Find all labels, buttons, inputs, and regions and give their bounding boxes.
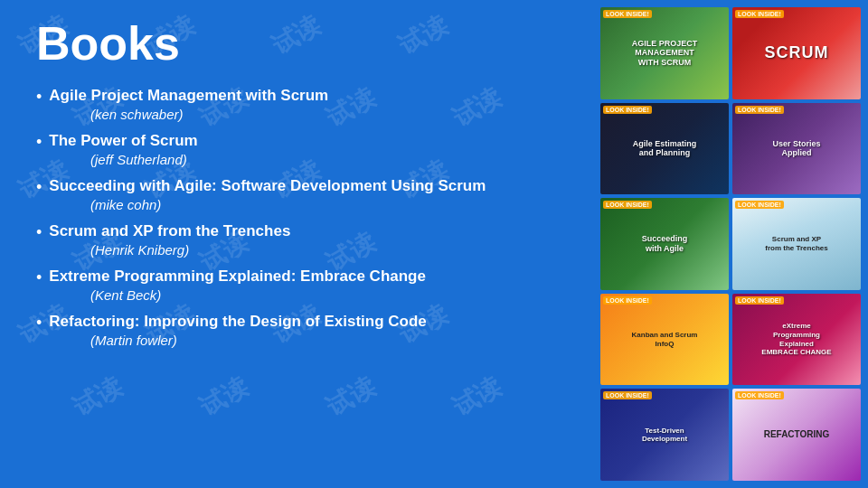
look-inside-badge: LOOK INSIDE!	[603, 10, 652, 18]
book-cover-6: LOOK INSIDE! Scrum and XPfrom the Trench…	[732, 198, 861, 290]
list-item: • Refactoring: Improving the Design of E…	[36, 312, 570, 348]
cover-text: eXtremeProgrammingExplainedEMBRACE CHANG…	[758, 318, 835, 360]
background: 试读 试读 试读 试读 试读 试读 试读 试读 试读 试读 试读 试读 试读 试…	[0, 0, 868, 488]
look-inside-badge: LOOK INSIDE!	[735, 391, 784, 399]
book-list: • Agile Project Management with Scrum (k…	[36, 86, 570, 348]
book-cover-7: LOOK INSIDE! Kanban and ScrumInfoQ	[600, 294, 729, 386]
page-title: Books	[36, 18, 570, 70]
cover-text: Succeedingwith Agile	[638, 230, 692, 258]
cover-text: Agile Estimatingand Planning	[629, 136, 701, 163]
bullet-icon: •	[36, 133, 42, 152]
left-panel: Books • Agile Project Management with Sc…	[0, 0, 597, 488]
list-item: • The Power of Scrum (jeff Sutherland)	[36, 131, 570, 167]
look-inside-badge: LOOK INSIDE!	[603, 201, 652, 209]
book-cover-9: LOOK INSIDE! Test-DrivenDevelopment	[600, 389, 729, 481]
book-cover-8: LOOK INSIDE! eXtremeProgrammingExplained…	[732, 294, 861, 386]
book-cover-3: LOOK INSIDE! Agile Estimatingand Plannin…	[600, 103, 729, 195]
cover-text: AGILE PROJECTMANAGEMENTWITH SCRUM	[628, 35, 702, 71]
look-inside-badge: LOOK INSIDE!	[735, 201, 784, 209]
bullet-icon: •	[36, 223, 42, 242]
list-item: • Succeeding with Agile: Software Develo…	[36, 176, 570, 212]
book-cover-1: LOOK INSIDE! AGILE PROJECTMANAGEMENTWITH…	[600, 7, 729, 99]
book-title: Scrum and XP from the Trenches	[49, 221, 290, 241]
look-inside-badge: LOOK INSIDE!	[603, 391, 652, 399]
book-title: Agile Project Management with Scrum	[49, 86, 328, 106]
list-item: • Extreme Programming Explained: Embrace…	[36, 267, 570, 303]
list-item: • Scrum and XP from the Trenches (Henrik…	[36, 221, 570, 258]
cover-text: SCRUM	[761, 40, 833, 67]
book-cover-4: LOOK INSIDE! User StoriesApplied	[732, 103, 861, 195]
right-panel: LOOK INSIDE! AGILE PROJECTMANAGEMENTWITH…	[597, 0, 868, 488]
look-inside-badge: LOOK INSIDE!	[735, 10, 784, 18]
cover-text: Scrum and XPfrom the Trenches	[761, 231, 831, 256]
main-content: Books • Agile Project Management with Sc…	[0, 0, 868, 488]
cover-text: Kanban and ScrumInfoQ	[628, 327, 702, 352]
look-inside-badge: LOOK INSIDE!	[735, 106, 784, 114]
look-inside-badge: LOOK INSIDE!	[603, 106, 652, 114]
book-author: (Henrik Kniberg)	[90, 242, 570, 258]
book-title: Extreme Programming Explained: Embrace C…	[49, 267, 426, 286]
bullet-icon: •	[36, 88, 42, 107]
book-author: (jeff Sutherland)	[90, 152, 570, 167]
book-title: The Power of Scrum	[49, 131, 197, 151]
book-cover-10: LOOK INSIDE! REFACTORING	[732, 389, 861, 481]
book-author: (mike cohn)	[90, 197, 570, 212]
book-cover-5: LOOK INSIDE! Succeedingwith Agile	[600, 198, 729, 290]
cover-text: User StoriesApplied	[769, 136, 824, 163]
list-item: • Agile Project Management with Scrum (k…	[36, 86, 570, 122]
cover-text: Test-DrivenDevelopment	[638, 423, 691, 447]
bullet-icon: •	[36, 268, 42, 287]
book-author: (Kent Beck)	[90, 287, 570, 303]
book-author: (Martin fowler)	[90, 333, 570, 348]
book-author: (ken schwaber)	[90, 107, 570, 122]
book-title: Refactoring: Improving the Design of Exi…	[49, 312, 426, 332]
look-inside-badge: LOOK INSIDE!	[603, 296, 652, 305]
bullet-icon: •	[36, 314, 42, 333]
bullet-icon: •	[36, 178, 42, 197]
book-cover-2: LOOK INSIDE! SCRUM	[732, 7, 861, 99]
book-title: Succeeding with Agile: Software Developm…	[49, 176, 486, 196]
cover-text: REFACTORING	[760, 426, 834, 444]
look-inside-badge: LOOK INSIDE!	[735, 296, 784, 305]
